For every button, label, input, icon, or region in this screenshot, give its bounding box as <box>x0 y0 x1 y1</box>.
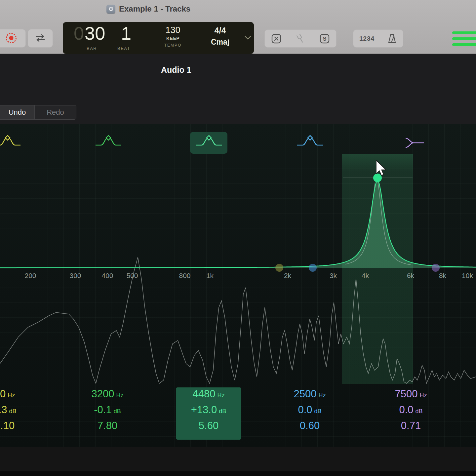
db-unit: dB <box>314 408 322 414</box>
freq-tick-400: 400 <box>101 272 113 280</box>
eq-display: 2003004005008001k2k3k4k6k8k10k 80Hz 0.3d… <box>0 124 476 447</box>
band-1-frequency[interactable]: 80 <box>0 389 6 399</box>
band-5-q[interactable]: 0.71 <box>401 420 421 431</box>
band-4-q[interactable]: 0.60 <box>300 420 320 431</box>
record-icon <box>5 31 18 46</box>
plugin-header: Audio 1 Undo Redo <box>0 54 476 124</box>
band-dot-7500[interactable] <box>432 264 440 272</box>
x-square-button[interactable] <box>268 33 284 44</box>
tempo-label: TEMPO <box>157 43 188 48</box>
title-bar: Example 1 - Tracks 0 30 1 BAR BEAT 130 K… <box>0 0 476 54</box>
db-unit: dB <box>114 408 121 414</box>
band-2-q[interactable]: 7.80 <box>98 420 117 431</box>
band-5-gain[interactable]: 0.0 <box>399 405 413 415</box>
band-3-gain[interactable]: +13.0 <box>191 405 217 415</box>
hz-unit: Hz <box>419 392 427 398</box>
band-4-frequency[interactable]: 2500 <box>294 389 317 399</box>
bar-number[interactable]: 30 <box>85 22 105 44</box>
beat-number[interactable]: 1 <box>121 22 131 44</box>
chevron-down-icon[interactable] <box>245 35 251 41</box>
toolbar-group-right: 1234 <box>353 29 403 48</box>
record-button[interactable] <box>0 29 26 48</box>
cycle-icon <box>34 33 46 44</box>
toolbar-group-left: S <box>264 29 337 48</box>
band-3-q[interactable]: 5.60 <box>199 420 218 431</box>
hz-unit: Hz <box>8 392 15 398</box>
tempo-keep-label: KEEP <box>157 36 188 41</box>
window-title: Example 1 - Tracks <box>119 4 190 14</box>
band-5-readout[interactable]: 7500Hz 0.0dB 0.71 <box>375 389 447 431</box>
freq-tick-4k: 4k <box>362 272 369 280</box>
tempo-display[interactable]: 130 KEEP TEMPO <box>157 22 188 54</box>
band-3-readout[interactable]: 4480Hz +13.0dB 5.60 <box>172 389 245 431</box>
bottom-strip <box>0 471 476 476</box>
band-2-readout[interactable]: 3200Hz -0.1dB 7.80 <box>71 389 144 431</box>
metronome-button[interactable] <box>384 33 400 44</box>
freq-tick-10k: 10k <box>462 272 473 280</box>
band-1-readout[interactable]: 80Hz 0.3dB 9.10 <box>0 389 41 431</box>
window-title-group: Example 1 - Tracks <box>106 4 190 14</box>
key-signature-display[interactable]: 4/4 Cmaj <box>204 22 236 54</box>
undo-redo-control: Undo Redo <box>0 105 76 120</box>
hz-unit: Hz <box>116 392 123 398</box>
project-document-icon <box>106 5 115 14</box>
beat-label: BEAT <box>117 46 130 51</box>
band-5-frequency[interactable]: 7500 <box>395 389 418 399</box>
freq-tick-500: 500 <box>126 272 138 280</box>
band-4-readout[interactable]: 2500Hz 0.0dB 0.60 <box>273 389 346 431</box>
time-signature[interactable]: 4/4 <box>204 26 236 35</box>
band-2-frequency[interactable]: 3200 <box>92 389 114 399</box>
freq-tick-1k: 1k <box>206 272 214 280</box>
tuning-fork-button[interactable] <box>292 33 309 44</box>
freq-tick-800: 800 <box>179 272 190 280</box>
db-unit: dB <box>9 408 17 414</box>
band-4-gain[interactable]: 0.0 <box>298 405 312 415</box>
undo-button[interactable]: Undo <box>0 105 34 119</box>
count-in-button[interactable]: 1234 <box>357 35 377 42</box>
solo-button[interactable]: S <box>317 33 333 44</box>
band-handle-4480[interactable] <box>373 174 382 182</box>
freq-tick-3k: 3k <box>330 272 337 280</box>
band-dot-2500[interactable] <box>309 264 317 272</box>
hz-unit: Hz <box>217 392 224 398</box>
key-name[interactable]: Cmaj <box>204 38 236 47</box>
freq-tick-200: 200 <box>24 272 36 280</box>
band-1-q[interactable]: 9.10 <box>0 420 15 431</box>
lcd-display[interactable]: 0 30 1 BAR BEAT 130 KEEP TEMPO 4/4 Cmaj <box>63 22 254 54</box>
hz-unit: Hz <box>318 392 326 398</box>
track-name: Audio 1 <box>161 65 191 75</box>
redo-button[interactable]: Redo <box>34 105 76 119</box>
level-meter-icon <box>452 31 476 46</box>
svg-text:S: S <box>323 36 327 42</box>
band-3-frequency[interactable]: 4480 <box>193 389 216 399</box>
tempo-value[interactable]: 130 <box>157 25 188 35</box>
band-2-gain[interactable]: -0.1 <box>94 405 111 415</box>
bar-leading-zero: 0 <box>74 22 84 44</box>
freq-tick-2k: 2k <box>284 272 291 280</box>
logic-pro-window: Example 1 - Tracks 0 30 1 BAR BEAT 130 K… <box>0 0 476 476</box>
freq-tick-8k: 8k <box>439 272 446 280</box>
db-unit: dB <box>416 408 423 414</box>
freq-tick-6k: 6k <box>407 272 414 280</box>
freq-tick-300: 300 <box>69 272 81 280</box>
count-in-label: 1234 <box>359 35 375 42</box>
db-unit: dB <box>219 408 226 414</box>
band-1-gain[interactable]: 0.3 <box>0 405 7 415</box>
bar-label: BAR <box>87 46 97 51</box>
cycle-button[interactable] <box>28 29 53 48</box>
band-dot-dim[interactable] <box>275 264 283 272</box>
